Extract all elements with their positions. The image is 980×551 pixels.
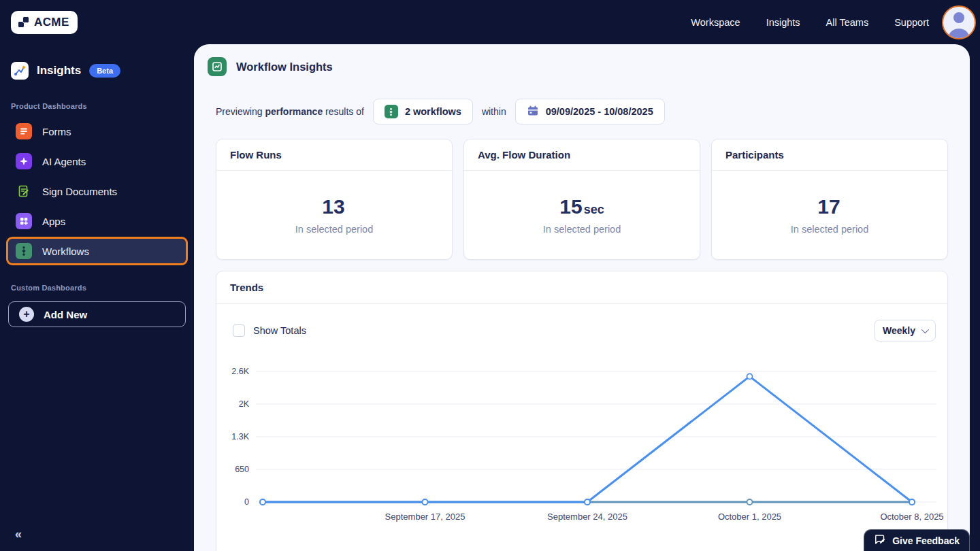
main-panel: Workflow Insights Previewing performance… <box>194 44 970 551</box>
workflow-icon <box>16 243 32 259</box>
user-avatar[interactable] <box>942 5 976 39</box>
nav-insights[interactable]: Insights <box>766 17 800 28</box>
stat-card-avg-flow-duration: Avg. Flow Duration 15 sec In selected pe… <box>463 139 700 260</box>
top-navigation: Workspace Insights All Teams Support <box>691 17 929 28</box>
interval-selected-value: Weekly <box>883 325 915 336</box>
section-product-dashboards: Product Dashboards <box>11 102 194 110</box>
acme-logo-icon <box>17 16 31 29</box>
trends-line-chart: 06501.3K2K2.6KSeptember 17, 2025Septembe… <box>223 356 951 530</box>
sidebar-item-sign-documents[interactable]: Sign Documents <box>8 179 186 203</box>
sidebar-collapse-icon[interactable]: « <box>15 527 22 541</box>
trends-title: Trends <box>216 271 947 304</box>
sidebar-menu: Forms AI Agents Sign Documents <box>0 119 194 263</box>
feedback-label: Give Feedback <box>892 535 960 546</box>
sidebar-app-header: Insights Beta <box>11 62 194 80</box>
stat-card-title: Participants <box>712 139 947 171</box>
svg-text:650: 650 <box>235 465 249 474</box>
filter-description: Previewing performance results of <box>216 106 364 117</box>
calendar-icon <box>527 105 539 119</box>
trends-card: Trends Show Totals Weekly 06501.3K2K2.6K… <box>216 271 948 551</box>
svg-text:2.6K: 2.6K <box>231 367 249 376</box>
show-totals-label: Show Totals <box>253 325 306 336</box>
stat-card-title: Flow Runs <box>216 139 452 171</box>
sidebar-item-label: Sign Documents <box>42 186 117 197</box>
forms-list-icon <box>16 123 32 139</box>
sidebar: Insights Beta Product Dashboards Forms A… <box>0 44 194 551</box>
topbar: ACME Workspace Insights All Teams Suppor… <box>0 0 980 44</box>
date-range-label: 09/09/2025 - 10/08/2025 <box>546 106 653 117</box>
workflow-icon <box>385 105 398 118</box>
stat-subtitle: In selected period <box>295 224 373 235</box>
sidebar-item-workflows[interactable]: Workflows <box>8 239 186 263</box>
workflows-selector-button[interactable]: 2 workflows <box>373 99 473 124</box>
sidebar-item-label: Apps <box>42 216 65 227</box>
svg-text:October 1, 2025: October 1, 2025 <box>718 512 781 522</box>
show-totals-checkbox[interactable] <box>233 324 245 337</box>
stat-card-participants: Participants 17 In selected period <box>711 139 948 260</box>
sidebar-item-label: AI Agents <box>42 156 86 167</box>
svg-text:October 8, 2025: October 8, 2025 <box>880 512 943 522</box>
show-totals-toggle[interactable]: Show Totals <box>233 324 306 337</box>
nav-workspace[interactable]: Workspace <box>691 17 740 28</box>
sidebar-item-apps[interactable]: Apps <box>8 209 186 233</box>
interval-select[interactable]: Weekly <box>874 320 936 341</box>
svg-text:2K: 2K <box>239 399 250 409</box>
stat-card-flow-runs: Flow Runs 13 In selected period <box>216 139 453 260</box>
stat-subtitle: In selected period <box>791 224 868 235</box>
page-title: Workflow Insights <box>236 61 333 73</box>
sidebar-item-label: Forms <box>42 126 71 137</box>
stat-value: 15 <box>559 195 582 218</box>
chevron-down-icon <box>921 326 929 333</box>
svg-text:September 24, 2025: September 24, 2025 <box>547 512 627 522</box>
insights-app-icon <box>11 62 29 80</box>
sign-document-icon <box>16 183 32 199</box>
give-feedback-button[interactable]: Give Feedback <box>864 529 970 551</box>
stat-cards-row: Flow Runs 13 In selected period Avg. Flo… <box>216 139 948 260</box>
acme-logo[interactable]: ACME <box>11 11 78 34</box>
ai-sparkle-icon <box>16 153 32 169</box>
feedback-bubble-pencil-icon <box>874 534 886 548</box>
add-new-button[interactable]: + Add New <box>8 301 186 327</box>
add-new-label: Add New <box>44 309 87 320</box>
beta-badge: Beta <box>89 64 120 78</box>
svg-text:September 17, 2025: September 17, 2025 <box>385 512 466 522</box>
nav-all-teams[interactable]: All Teams <box>826 17 869 28</box>
workflow-insights-icon <box>208 57 227 76</box>
svg-text:1.3K: 1.3K <box>231 432 249 441</box>
sidebar-item-ai-agents[interactable]: AI Agents <box>8 149 186 173</box>
sidebar-app-title: Insights <box>37 64 81 78</box>
workflows-selector-label: 2 workflows <box>405 106 461 117</box>
stat-subtitle: In selected period <box>543 224 621 235</box>
sidebar-item-label: Workflows <box>42 246 89 257</box>
section-custom-dashboards: Custom Dashboards <box>11 284 194 292</box>
filter-row: Previewing performance results of 2 work… <box>216 99 970 124</box>
avatar-person-icon <box>953 12 964 23</box>
stat-card-title: Avg. Flow Duration <box>464 139 700 171</box>
within-label: within <box>482 106 506 117</box>
brand-name: ACME <box>34 16 69 29</box>
page-header: Workflow Insights <box>194 44 970 76</box>
stat-unit: sec <box>584 203 604 217</box>
date-range-button[interactable]: 09/09/2025 - 10/08/2025 <box>515 99 665 124</box>
stat-value: 17 <box>817 195 840 218</box>
apps-grid-icon <box>16 213 32 229</box>
sidebar-item-forms[interactable]: Forms <box>8 119 186 144</box>
plus-icon: + <box>19 307 34 322</box>
nav-support[interactable]: Support <box>894 17 929 28</box>
svg-text:0: 0 <box>244 497 249 507</box>
stat-value: 13 <box>322 195 344 218</box>
